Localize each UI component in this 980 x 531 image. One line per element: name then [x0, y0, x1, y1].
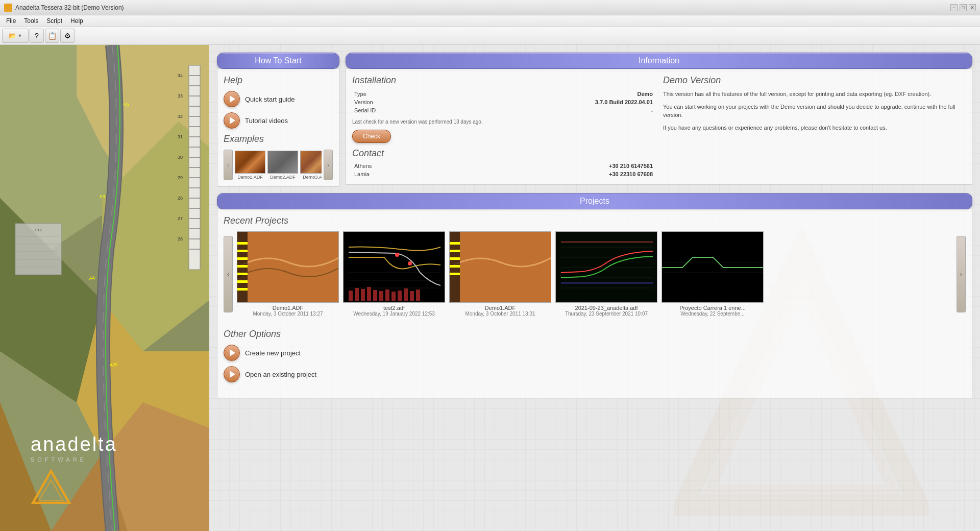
maximize-button[interactable]: □	[960, 4, 967, 11]
check-update-button[interactable]: Check	[352, 130, 391, 143]
create-project-label: Create new project	[245, 349, 301, 357]
examples-next-arrow[interactable]: ›	[324, 150, 333, 180]
projects-next-arrow[interactable]: ›	[957, 236, 966, 312]
project-thumb-4	[555, 231, 657, 303]
svg-point-78	[395, 253, 399, 257]
demo-version-title: Demo Version	[663, 75, 966, 86]
open-project-row[interactable]: Open an existing project	[224, 366, 966, 382]
contact-row-lamia: Lamia +30 22310 67608	[352, 170, 655, 178]
information-panel: Information Installation Type Demo	[346, 53, 972, 187]
create-project-row[interactable]: Create new project	[224, 345, 966, 361]
panels-wrapper: How To Start Help Quick start guide Tuto…	[209, 45, 980, 406]
svg-rect-55	[237, 242, 248, 245]
svg-rect-73	[391, 292, 396, 301]
example-thumb-label-2: Demo2.ADF	[270, 175, 296, 180]
help-button[interactable]: ?	[30, 29, 44, 43]
main-area: 34 33 32 31 30 29 28 27 26 Α5 Α4 Α4 Α25 …	[0, 45, 980, 531]
example-thumb-label-1: Demo1.ADF	[237, 175, 263, 180]
menubar: File Tools Script Help	[0, 15, 980, 27]
settings-button[interactable]: ⚙	[60, 29, 75, 43]
svg-rect-80	[450, 232, 551, 303]
installation-column: Installation Type Demo Version 3.7.0 Bui…	[352, 75, 655, 178]
quick-start-label: Quick start guide	[245, 95, 295, 103]
info-row-version: Version 3.7.0 Build 2022.04.01	[352, 98, 655, 106]
svg-rect-76	[410, 291, 414, 301]
project-preview-3	[450, 232, 551, 303]
info-value-serial: -	[441, 106, 655, 114]
examples-prev-arrow[interactable]: ‹	[224, 150, 233, 180]
content-area: How To Start Help Quick start guide Tuto…	[209, 45, 980, 531]
last-check-note: Last check for a new version was perform…	[352, 118, 655, 126]
clipboard-button[interactable]: 📋	[45, 29, 59, 43]
menu-file[interactable]: File	[2, 16, 20, 26]
menu-script[interactable]: Script	[42, 16, 66, 26]
demo-version-column: Demo Version This version has all the fe…	[663, 75, 966, 178]
svg-rect-74	[398, 291, 402, 301]
svg-text:30: 30	[178, 155, 183, 160]
projects-container: Demo1.ADF Monday, 3 October 2011 13:27	[237, 231, 952, 317]
project-date-2: Wednesday, 19 January 2022 12:53	[353, 311, 435, 317]
menu-tools[interactable]: Tools	[20, 16, 42, 26]
tutorials-play-button[interactable]	[224, 112, 240, 129]
app-icon	[4, 4, 12, 12]
svg-text:33: 33	[178, 93, 183, 99]
svg-text:Α25: Α25	[109, 362, 118, 368]
close-button[interactable]: ✕	[969, 4, 976, 11]
projects-content: Recent Projects ‹	[217, 209, 972, 398]
svg-marker-49	[33, 471, 69, 503]
examples-row: ‹ Demo1.ADF Demo2.AD	[224, 150, 333, 180]
svg-rect-66	[349, 291, 353, 301]
tutorials-row[interactable]: Tutorial videos	[224, 112, 333, 129]
svg-rect-60	[237, 280, 248, 283]
project-label-1: Demo1.ADF	[273, 305, 304, 311]
svg-text:Α4: Α4	[89, 275, 95, 281]
logo-subtitle: SOFTWARE	[31, 456, 199, 463]
how-to-start-panel: How To Start Help Quick start guide Tuto…	[217, 53, 339, 187]
contact-phone-athens: +30 210 6147561	[446, 162, 655, 170]
projects-prev-arrow[interactable]: ‹	[224, 236, 233, 312]
how-to-start-content: Help Quick start guide Tutorial videos E…	[217, 69, 339, 187]
menu-help[interactable]: Help	[66, 16, 87, 26]
example-thumb-1[interactable]: Demo1.ADF	[235, 151, 265, 180]
project-thumb-1	[237, 231, 339, 303]
open-project-play-button[interactable]	[224, 366, 240, 382]
project-item-5[interactable]: Proyecto Carrera 1 enne... Wednesday, 22…	[662, 231, 764, 317]
svg-rect-59	[237, 273, 248, 275]
svg-rect-61	[237, 288, 248, 291]
installation-table: Type Demo Version 3.7.0 Build 2022.04.01…	[352, 90, 655, 114]
example-thumb-label-3: Demo3.ADF	[303, 175, 322, 180]
svg-text:31: 31	[178, 134, 183, 139]
project-label-4: 2021-09-23_anadelta.adf	[575, 305, 638, 311]
logo-name: anadelta	[31, 433, 199, 455]
quick-start-row[interactable]: Quick start guide	[224, 91, 333, 107]
titlebar-controls[interactable]: − □ ✕	[950, 4, 976, 11]
project-item-4[interactable]: 2021-09-23_anadelta.adf Thursday, 23 Sep…	[555, 231, 657, 317]
project-label-3: Demo1.ADF	[485, 305, 516, 311]
new-file-button[interactable]: 📂▼	[2, 29, 29, 43]
svg-rect-56	[237, 250, 248, 252]
help-title: Help	[224, 75, 333, 86]
info-label-type: Type	[352, 90, 441, 98]
quick-start-play-button[interactable]	[224, 91, 240, 107]
recent-projects-title: Recent Projects	[224, 215, 966, 226]
project-item-3[interactable]: Demo1.ADF Monday, 3 October 2011 13:31	[449, 231, 551, 317]
sidebar: 34 33 32 31 30 29 28 27 26 Α5 Α4 Α4 Α25 …	[0, 45, 209, 531]
info-value-version: 3.7.0 Build 2022.04.01	[441, 98, 655, 106]
svg-rect-83	[450, 250, 460, 252]
project-thumb-2	[343, 231, 445, 303]
project-item-2[interactable]: test2.adf Wednesday, 19 January 2022 12:…	[343, 231, 445, 317]
project-preview-1	[237, 232, 339, 303]
project-label-2: test2.adf	[383, 305, 405, 311]
toolbar: 📂▼ ? 📋 ⚙	[0, 27, 980, 45]
create-project-play-button[interactable]	[224, 345, 240, 361]
svg-rect-58	[237, 265, 248, 268]
example-thumb-2[interactable]: Demo2.ADF	[267, 151, 298, 180]
projects-panel: Projects Recent Projects ‹	[217, 193, 972, 398]
example-thumb-3[interactable]: Demo3.ADF	[300, 151, 322, 180]
svg-marker-50	[39, 480, 63, 500]
svg-rect-67	[355, 288, 359, 301]
logo-area: anadelta SOFTWARE	[31, 433, 199, 511]
information-header: Information	[346, 53, 972, 69]
minimize-button[interactable]: −	[950, 4, 958, 11]
project-item-1[interactable]: Demo1.ADF Monday, 3 October 2011 13:27	[237, 231, 339, 317]
